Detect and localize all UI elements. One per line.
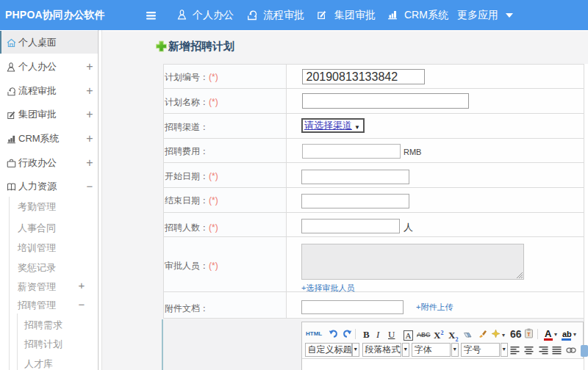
svg-text:T: T xyxy=(527,332,531,337)
